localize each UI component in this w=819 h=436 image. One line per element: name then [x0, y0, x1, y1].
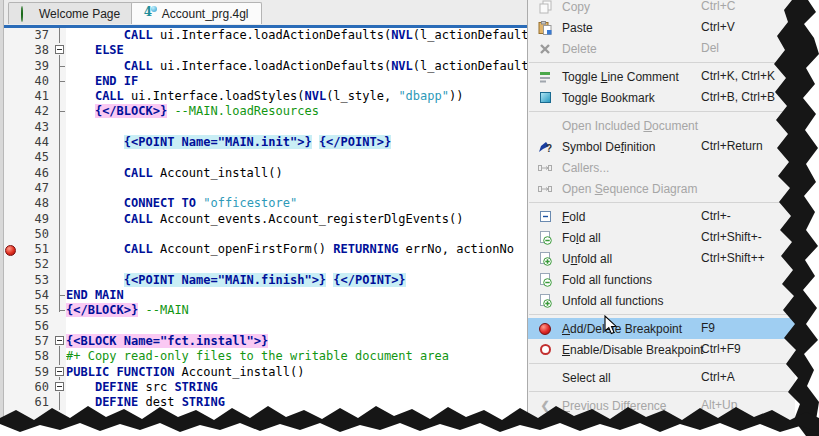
breakpoint-margin[interactable] — [4, 242, 16, 257]
breakpoint-margin[interactable] — [4, 196, 16, 211]
fold-toggle-icon[interactable] — [54, 380, 66, 395]
menu-item-label: Toggle Line Comment — [562, 70, 679, 84]
breakpoint-margin[interactable] — [4, 380, 16, 395]
menu-separator — [529, 111, 794, 112]
breakpoint-margin[interactable] — [4, 89, 16, 104]
fold-guide — [54, 28, 66, 43]
breakpoint-margin[interactable] — [4, 273, 16, 288]
breakpoint-margin[interactable] — [4, 28, 16, 43]
line-number[interactable]: 54 — [16, 288, 54, 303]
breakpoint-margin[interactable] — [4, 319, 16, 334]
line-number[interactable]: 47 — [16, 181, 54, 196]
line-number[interactable]: 45 — [16, 150, 54, 165]
line-number[interactable]: 39 — [16, 59, 54, 74]
menu-item-toggle-bookmark[interactable]: Toggle BookmarkCtrl+B, Ctrl+B — [528, 87, 795, 108]
breakpoint-margin[interactable] — [4, 120, 16, 135]
line-number[interactable]: 48 — [16, 196, 54, 211]
line-number[interactable]: 53 — [16, 273, 54, 288]
breakpoint-margin[interactable] — [4, 395, 16, 410]
paste-icon — [528, 21, 562, 35]
menu-item-fold-all[interactable]: Fold allCtrl+Shift+- — [528, 227, 795, 248]
menu-item-shortcut: F9 — [701, 318, 715, 339]
menu-item-fold[interactable]: FoldCtrl+- — [528, 206, 795, 227]
line-number[interactable]: 56 — [16, 319, 54, 334]
breakpoint-margin[interactable] — [4, 135, 16, 150]
fold-toggle-icon[interactable] — [54, 334, 66, 349]
fold-guide — [54, 135, 66, 150]
line-number[interactable]: 61 — [16, 395, 54, 410]
menu-item-select-all[interactable]: Select allCtrl+A — [528, 367, 795, 388]
line-number[interactable]: 58 — [16, 349, 54, 364]
line-number[interactable]: 37 — [16, 28, 54, 43]
breakpoint-margin[interactable] — [4, 303, 16, 318]
menu-item-unfold-all[interactable]: Unfold allCtrl+Shift++ — [528, 248, 795, 269]
line-number[interactable]: 41 — [16, 89, 54, 104]
line-number[interactable]: 40 — [16, 74, 54, 89]
breakpoint-margin[interactable] — [4, 288, 16, 303]
fold-guide — [54, 242, 66, 257]
breakpoint-margin[interactable] — [4, 74, 16, 89]
menu-item-label: Paste — [562, 21, 593, 35]
menu-item-label: Unfold all functions — [562, 294, 663, 308]
line-number[interactable]: 49 — [16, 212, 54, 227]
4gl-file-icon: 4 — [144, 7, 157, 20]
line-number[interactable]: 57 — [16, 334, 54, 349]
bookmark-icon — [528, 92, 562, 103]
line-number[interactable]: 43 — [16, 120, 54, 135]
fold-guide — [54, 196, 66, 211]
line-number[interactable]: 59 — [16, 365, 54, 380]
breakpoint-margin[interactable] — [4, 43, 16, 58]
breakpoint-margin[interactable] — [4, 150, 16, 165]
fold-toggle-icon[interactable] — [54, 365, 66, 380]
menu-item-shortcut: Ctrl+- — [701, 206, 731, 227]
menu-item-label: Next Difference — [562, 420, 644, 434]
menu-item-enable-disable-breakpoint[interactable]: Enable/Disable BreakpointCtrl+F9 — [528, 339, 795, 360]
menu-item-paste[interactable]: PasteCtrl+V — [528, 17, 795, 38]
menu-item-copy: CopyCtrl+C — [528, 0, 795, 17]
breakpoint-margin[interactable] — [4, 349, 16, 364]
fold-guide — [54, 303, 66, 318]
menu-item-label: Enable/Disable Breakpoint — [562, 343, 703, 357]
copy-icon — [528, 0, 562, 14]
menu-item-unfold-all-functions[interactable]: Unfold all functions — [528, 290, 795, 311]
fold-toggle-icon[interactable] — [54, 43, 66, 58]
line-number[interactable]: 52 — [16, 257, 54, 272]
fold-guide — [54, 288, 66, 303]
breakpoint-margin[interactable] — [4, 166, 16, 181]
line-number[interactable]: 60 — [16, 380, 54, 395]
menu-item-toggle-line-comment[interactable]: Toggle Line CommentCtrl+K, Ctrl+K — [528, 66, 795, 87]
line-number[interactable]: 42 — [16, 104, 54, 119]
line-number[interactable]: 44 — [16, 135, 54, 150]
menu-item-open-included-document: Open Included Document — [528, 115, 795, 136]
line-number[interactable]: 46 — [16, 166, 54, 181]
line-number[interactable]: 38 — [16, 43, 54, 58]
line-number[interactable]: 55 — [16, 303, 54, 318]
menu-item-label: Open Sequence Diagram — [562, 182, 697, 196]
tab-account-prg-4gl[interactable]: 4Account_prg.4gl — [131, 2, 262, 24]
breakpoint-icon[interactable] — [5, 245, 16, 256]
fold-guide — [54, 150, 66, 165]
breakpoint-margin[interactable] — [4, 181, 16, 196]
menu-item-symbol-definition[interactable]: ?Symbol DefinitionCtrl+Return — [528, 136, 795, 157]
fold-guide — [54, 257, 66, 272]
fold-guide — [54, 273, 66, 288]
chevron-right-icon: ❯ — [528, 420, 562, 433]
menu-item-shortcut: Ctrl+A — [701, 367, 735, 388]
breakpoint-margin[interactable] — [4, 257, 16, 272]
line-number[interactable]: 50 — [16, 227, 54, 242]
breakpoint-margin[interactable] — [4, 212, 16, 227]
breakpoint-margin[interactable] — [4, 365, 16, 380]
line-number[interactable]: 51 — [16, 242, 54, 257]
tab-welcome-page[interactable]: Welcome Page — [8, 2, 133, 24]
menu-item-open-sequence-diagram: Open Sequence Diagram — [528, 178, 795, 199]
breakpoint-margin[interactable] — [4, 227, 16, 242]
menu-item-add-delete-breakpoint[interactable]: Add/Delete BreakpointF9 — [528, 318, 795, 339]
globe-icon — [21, 7, 34, 20]
menu-item-fold-all-functions[interactable]: Fold all functions — [528, 269, 795, 290]
breakpoint-margin[interactable] — [4, 104, 16, 119]
ide-window: Welcome Page4Account_prg.4gl 37 CALL ui.… — [0, 0, 819, 436]
breakpoint-margin[interactable] — [4, 334, 16, 349]
line-comment-icon — [528, 70, 562, 83]
breakpoint-margin[interactable] — [4, 59, 16, 74]
menu-separator — [529, 363, 794, 364]
